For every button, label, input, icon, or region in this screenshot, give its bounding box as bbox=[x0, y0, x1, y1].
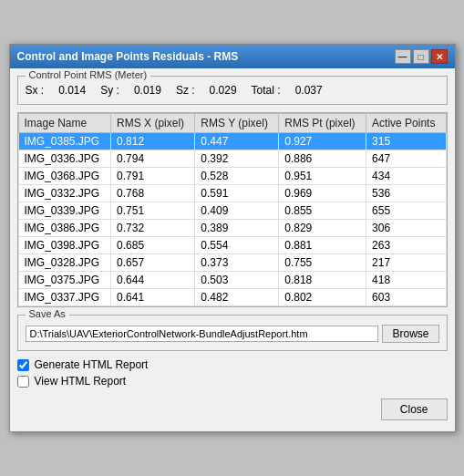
table-cell-2: 0.554 bbox=[195, 237, 279, 254]
table-cell-4: 315 bbox=[366, 133, 446, 150]
table-cell-3: 0.927 bbox=[279, 133, 366, 150]
window-title: Control and Image Points Residuals - RMS bbox=[17, 50, 239, 63]
save-path-input[interactable] bbox=[26, 326, 379, 342]
sy-value: 0.019 bbox=[134, 84, 161, 97]
sx-value: 0.014 bbox=[58, 84, 86, 97]
total-value: 0.037 bbox=[295, 84, 323, 97]
generate-html-row: Generate HTML Report bbox=[17, 358, 448, 371]
save-as-group: Save As Browse bbox=[17, 315, 448, 351]
residuals-table-container: Image Name RMS X (pixel) RMS Y (pixel) R… bbox=[17, 112, 448, 307]
table-cell-4: 655 bbox=[366, 202, 446, 220]
table-row[interactable]: IMG_0368.JPG0.7910.5280.951434 bbox=[18, 168, 446, 185]
table-cell-2: 0.373 bbox=[195, 254, 279, 272]
save-row: Browse bbox=[26, 319, 439, 343]
col-image-name: Image Name bbox=[18, 114, 111, 133]
table-cell-1: 0.644 bbox=[111, 272, 195, 289]
view-html-row: View HTML Report bbox=[17, 375, 448, 388]
view-html-label: View HTML Report bbox=[35, 375, 127, 388]
checkboxes-section: Generate HTML Report View HTML Report bbox=[17, 358, 448, 388]
table-cell-2: 0.528 bbox=[195, 168, 279, 185]
window-body: Control Point RMS (Meter) Sx : 0.014 Sy … bbox=[10, 68, 455, 431]
table-cell-2: 0.409 bbox=[195, 202, 279, 220]
title-bar-buttons: — □ ✕ bbox=[395, 49, 448, 64]
table-cell-3: 0.802 bbox=[279, 289, 366, 306]
control-rms-label: Control Point RMS (Meter) bbox=[26, 69, 151, 80]
table-row[interactable]: IMG_0398.JPG0.6850.5540.881263 bbox=[18, 237, 446, 254]
browse-button[interactable]: Browse bbox=[382, 325, 438, 343]
table-cell-0: IMG_0332.JPG bbox=[18, 185, 111, 202]
table-scroll-area[interactable]: Image Name RMS X (pixel) RMS Y (pixel) R… bbox=[18, 113, 447, 306]
table-cell-3: 0.818 bbox=[279, 272, 366, 289]
table-row[interactable]: IMG_0385.JPG0.8120.4470.927315 bbox=[18, 133, 446, 150]
table-cell-0: IMG_0386.JPG bbox=[18, 220, 111, 237]
table-cell-2: 0.482 bbox=[195, 289, 279, 306]
table-cell-1: 0.751 bbox=[111, 202, 195, 220]
table-row[interactable]: IMG_0386.JPG0.7320.3890.829306 bbox=[18, 220, 446, 237]
table-cell-4: 217 bbox=[366, 254, 446, 272]
table-cell-4: 418 bbox=[366, 272, 446, 289]
table-cell-0: IMG_0337.JPG bbox=[18, 289, 111, 306]
table-cell-2: 0.591 bbox=[195, 185, 279, 202]
view-html-checkbox[interactable] bbox=[17, 376, 29, 388]
minimize-button[interactable]: — bbox=[395, 49, 411, 64]
table-cell-1: 0.732 bbox=[111, 220, 195, 237]
table-cell-3: 0.969 bbox=[279, 185, 366, 202]
table-cell-4: 603 bbox=[366, 289, 446, 306]
generate-html-label: Generate HTML Report bbox=[35, 358, 149, 371]
table-cell-3: 0.829 bbox=[279, 220, 366, 237]
table-header-row: Image Name RMS X (pixel) RMS Y (pixel) R… bbox=[18, 114, 446, 133]
table-cell-3: 0.886 bbox=[279, 150, 366, 168]
table-cell-1: 0.812 bbox=[111, 133, 195, 150]
table-cell-2: 0.392 bbox=[195, 150, 279, 168]
table-cell-1: 0.657 bbox=[111, 254, 195, 272]
table-cell-1: 0.791 bbox=[111, 168, 195, 185]
main-window: Control and Image Points Residuals - RMS… bbox=[9, 44, 456, 432]
table-cell-0: IMG_0385.JPG bbox=[18, 133, 111, 150]
close-dialog-button[interactable]: Close bbox=[381, 398, 448, 420]
table-cell-3: 0.855 bbox=[279, 202, 366, 220]
sz-label: Sz : bbox=[176, 84, 195, 97]
col-rmspt: RMS Pt (pixel) bbox=[279, 114, 366, 133]
col-rmsy: RMS Y (pixel) bbox=[195, 114, 279, 133]
table-cell-4: 306 bbox=[366, 220, 446, 237]
control-rms-group: Control Point RMS (Meter) Sx : 0.014 Sy … bbox=[17, 76, 448, 105]
sx-label: Sx : bbox=[26, 84, 45, 97]
table-cell-4: 647 bbox=[366, 150, 446, 168]
sz-value: 0.029 bbox=[210, 84, 237, 97]
table-cell-0: IMG_0336.JPG bbox=[18, 150, 111, 168]
col-rmsx: RMS X (pixel) bbox=[111, 114, 195, 133]
rms-values-row: Sx : 0.014 Sy : 0.019 Sz : 0.029 Total :… bbox=[26, 80, 439, 97]
sy-label: Sy : bbox=[100, 84, 119, 97]
table-row[interactable]: IMG_0328.JPG0.6570.3730.755217 bbox=[18, 254, 446, 272]
table-cell-3: 0.951 bbox=[279, 168, 366, 185]
window-close-button[interactable]: ✕ bbox=[431, 49, 448, 64]
table-cell-0: IMG_0368.JPG bbox=[18, 168, 111, 185]
table-row[interactable]: IMG_0375.JPG0.6440.5030.818418 bbox=[18, 272, 446, 289]
table-cell-4: 263 bbox=[366, 237, 446, 254]
save-as-label: Save As bbox=[26, 308, 69, 319]
table-cell-3: 0.881 bbox=[279, 237, 366, 254]
table-cell-0: IMG_0375.JPG bbox=[18, 272, 111, 289]
total-label: Total : bbox=[252, 84, 281, 97]
generate-html-checkbox[interactable] bbox=[17, 359, 29, 371]
table-cell-0: IMG_0398.JPG bbox=[18, 237, 111, 254]
title-bar: Control and Image Points Residuals - RMS… bbox=[10, 45, 455, 68]
table-cell-2: 0.447 bbox=[195, 133, 279, 150]
residuals-table: Image Name RMS X (pixel) RMS Y (pixel) R… bbox=[18, 113, 447, 306]
table-row[interactable]: IMG_0336.JPG0.7940.3920.886647 bbox=[18, 150, 446, 168]
table-cell-4: 536 bbox=[366, 185, 446, 202]
table-row[interactable]: IMG_0337.JPG0.6410.4820.802603 bbox=[18, 289, 446, 306]
maximize-button[interactable]: □ bbox=[413, 49, 429, 64]
table-cell-1: 0.685 bbox=[111, 237, 195, 254]
table-cell-1: 0.768 bbox=[111, 185, 195, 202]
footer-bar: Close bbox=[17, 395, 448, 424]
table-row[interactable]: IMG_0332.JPG0.7680.5910.969536 bbox=[18, 185, 446, 202]
col-active-points: Active Points bbox=[366, 114, 446, 133]
table-cell-0: IMG_0339.JPG bbox=[18, 202, 111, 220]
table-cell-1: 0.794 bbox=[111, 150, 195, 168]
table-cell-1: 0.641 bbox=[111, 289, 195, 306]
table-cell-0: IMG_0328.JPG bbox=[18, 254, 111, 272]
table-cell-4: 434 bbox=[366, 168, 446, 185]
table-cell-2: 0.389 bbox=[195, 220, 279, 237]
table-row[interactable]: IMG_0339.JPG0.7510.4090.855655 bbox=[18, 202, 446, 220]
